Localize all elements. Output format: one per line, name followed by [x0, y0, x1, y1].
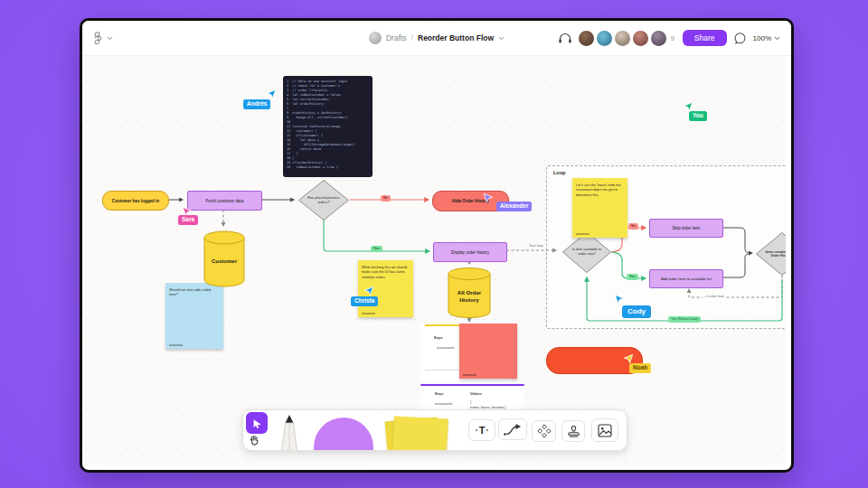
node-all-order-history[interactable]: All Order History [448, 267, 491, 319]
top-toolbar: Drafts / Reorder Button Flow 9 Share [82, 21, 791, 56]
cursor-label-sara: Sara [178, 215, 198, 225]
file-title[interactable]: Reorder Button Flow [418, 33, 494, 42]
sticky-note-table-question[interactable]: Should we also add a table here? [165, 283, 223, 349]
node-label: Customer has logged in [112, 199, 159, 203]
table-cell-key: restaurants [437, 345, 454, 350]
edge-label-text: No [383, 196, 388, 200]
handle-dot [476, 429, 477, 431]
cursor-christa-icon [363, 286, 374, 296]
code-block[interactable]: 1 // Here we use succinct logic 2 // che… [283, 76, 373, 177]
sticky-note-hours[interactable]: Let's use the 'hours' from the restauran… [572, 178, 627, 238]
node-has-placed-orders[interactable]: Has placed previous orders? [298, 180, 349, 221]
avatar[interactable] [633, 31, 648, 46]
sticky-text: Let's use the 'hours' from the restauran… [576, 183, 621, 197]
cursor-label-you: You [689, 111, 707, 121]
avatar[interactable] [579, 31, 594, 46]
node-customer-logged-in[interactable]: Customer has logged in [102, 191, 169, 211]
chevron-down-icon[interactable] [498, 36, 505, 41]
cursor-label-andres: Andrés [243, 99, 270, 109]
figjam-window: Drafts / Reorder Button Flow 9 Share [80, 18, 794, 473]
table-header-keys: Keys [435, 391, 444, 396]
edge-add-to-items-remaining[interactable] [722, 254, 750, 277]
connector-tool[interactable] [498, 418, 527, 440]
loop-section-label: Loop [553, 170, 565, 175]
node-customer-database[interactable]: Customer [203, 230, 245, 287]
cursor-label-alexander: Alexander [496, 202, 532, 211]
image-tool[interactable] [591, 418, 618, 442]
share-button[interactable]: Share [683, 30, 727, 47]
breadcrumb-project[interactable]: Drafts [386, 33, 407, 42]
audio-headphones-icon[interactable] [558, 32, 572, 44]
node-label: All Order History [448, 267, 491, 319]
edge-label-no-2[interactable]: No [628, 223, 638, 230]
hand-tool[interactable] [249, 434, 260, 450]
node-label: Fetch customer data [206, 199, 244, 203]
avatar-overflow-count[interactable]: 9 [669, 34, 676, 42]
connector-arrow-icon [503, 423, 523, 436]
select-tool[interactable] [246, 412, 268, 434]
breadcrumb: Drafts / Reorder Button Flow [369, 21, 505, 55]
cursor-andres-icon [266, 89, 277, 99]
marker-tool[interactable] [278, 415, 301, 450]
avatar[interactable] [651, 31, 666, 46]
node-label: Skip order item [673, 226, 701, 230]
breadcrumb-separator: / [411, 33, 413, 42]
sticky-note-red[interactable] [459, 324, 517, 379]
edge-label-yes-2[interactable]: Yes [627, 274, 638, 280]
cursor-label-noah: Noah [629, 363, 651, 373]
edge-label-repeat-loop[interactable]: Yes (Repeat loop) [668, 316, 701, 323]
collaborator-avatars: 9 [579, 31, 676, 46]
edge-label-start-loop[interactable]: Start loop [527, 244, 545, 248]
project-icon [369, 32, 382, 44]
comment-bubble-icon[interactable] [733, 32, 747, 45]
stamp-tool[interactable] [561, 420, 585, 442]
table-cell-value: { [470, 399, 471, 404]
header-actions: 9 Share 100% [558, 30, 780, 47]
table-accent-border [420, 384, 524, 386]
node-label: Display order history [451, 250, 489, 255]
cursor-alexander-icon [483, 192, 494, 203]
node-label: Customer [203, 230, 245, 287]
stamp-icon [567, 425, 580, 438]
edge-label-yes-1[interactable]: Yes [371, 246, 382, 252]
node-display-order-history[interactable]: Display order history [433, 242, 507, 262]
node-skip-order-item[interactable]: Skip order item [649, 219, 723, 238]
sticky-author [362, 313, 375, 314]
text-tool-glyph: T [479, 426, 486, 436]
edge-skip-to-items-remaining[interactable] [722, 228, 752, 253]
sticky-author [463, 374, 476, 376]
avatar[interactable] [597, 31, 612, 46]
whiteboard-canvas[interactable]: Loop 1 // Here we [82, 56, 786, 465]
main-menu-button[interactable] [93, 32, 113, 45]
zoom-level: 100% [753, 34, 771, 42]
edge-label-text: Yes [629, 275, 636, 278]
avatar[interactable] [615, 31, 630, 46]
shapes-tool[interactable] [532, 420, 556, 442]
sticky-note-tool[interactable] [392, 416, 448, 450]
node-label: Has placed previous orders? [298, 180, 349, 221]
table-header-keys: Keys [434, 335, 443, 340]
edge-label-text: Yes (Repeat loop) [671, 317, 698, 321]
text-tool[interactable]: T [468, 419, 495, 441]
node-fetch-customer-data[interactable]: Fetch customer data [187, 191, 262, 211]
tools-toolbar: T [242, 409, 627, 451]
sticky-author [169, 344, 183, 346]
table-cell-key: restaurants [435, 401, 452, 406]
cursor-label-christa: Christa [351, 296, 378, 306]
edge-label-text: No [631, 224, 636, 228]
chevron-down-icon [774, 36, 780, 41]
edge-label-plus-one[interactable]: +1 order item [703, 295, 726, 298]
edge-label-no-1[interactable]: No [381, 195, 391, 202]
sticky-text: Should we also add a table here? [169, 287, 212, 296]
shape-circle-tool[interactable] [314, 418, 373, 450]
data-table-lower[interactable]: Keys Values restaurants { name, hours, l… [420, 384, 524, 409]
node-label: Add order item to available list [661, 277, 712, 281]
node-items-remaining[interactable]: Items remaining in All Order History? [756, 232, 786, 276]
zoom-control[interactable]: 100% [753, 34, 780, 42]
table-header-values: Values [470, 391, 482, 396]
shapes-diamonds-icon [537, 424, 552, 438]
chevron-down-icon [107, 36, 113, 41]
node-add-order-item[interactable]: Add order item to available list [649, 269, 723, 288]
edge-label-text: Yes [373, 247, 380, 250]
node-label: Items remaining in All Order History? [756, 232, 786, 276]
